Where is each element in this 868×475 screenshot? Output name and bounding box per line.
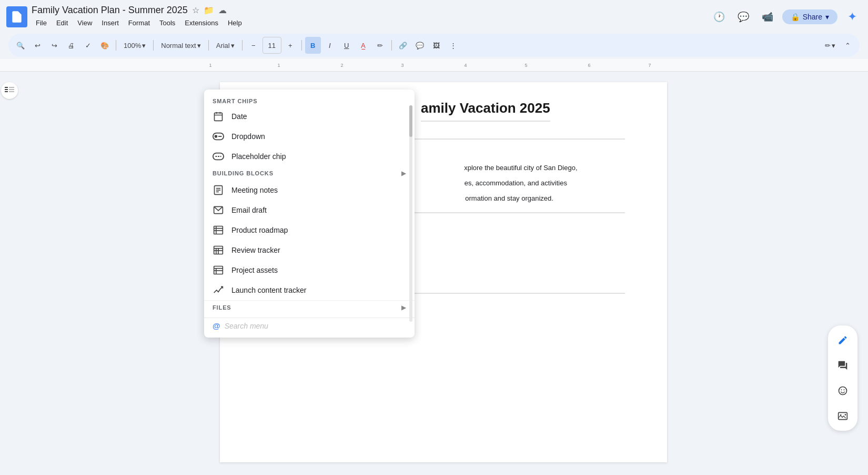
gemini-icon[interactable]: ✦ <box>843 7 862 26</box>
main-area: Famil Trip Ov We're pxplore the beautifu… <box>0 72 868 473</box>
svg-point-21 <box>215 135 218 138</box>
building-blocks-arrow: ▶ <box>401 170 406 177</box>
menu-help[interactable]: Help <box>224 17 246 29</box>
add-comment-float-btn[interactable] <box>832 355 853 376</box>
edit-float-btn[interactable] <box>832 330 853 351</box>
files-section-label: FILES <box>213 304 231 311</box>
toolbar-separator-2 <box>153 40 154 51</box>
highlight-btn[interactable]: ✏ <box>372 37 388 54</box>
svg-point-13 <box>844 389 845 390</box>
menu-insert[interactable]: Insert <box>97 17 123 29</box>
pen-mode-btn[interactable]: ✏▾ <box>822 37 839 54</box>
menu-extensions[interactable]: Extensions <box>180 17 223 29</box>
underline-btn[interactable]: U <box>339 37 355 54</box>
link-btn[interactable]: 🔗 <box>395 37 411 54</box>
camera-icon[interactable]: 📹 <box>758 7 777 26</box>
menu-section-files-row[interactable]: FILES ▶ <box>204 300 415 315</box>
outline-toggle-btn[interactable] <box>1 82 18 99</box>
svg-rect-6 <box>9 87 14 88</box>
menu-edit[interactable]: Edit <box>52 17 72 29</box>
product-roadmap-icon <box>213 224 224 236</box>
svg-rect-5 <box>5 91 8 92</box>
header-right: 🕐 💬 📹 🔒 Share ▾ ✦ <box>710 7 862 26</box>
menu-item-review-tracker[interactable]: Review tracker <box>204 240 415 260</box>
redo-btn[interactable]: ↪ <box>46 37 62 54</box>
dropdown-scrollbar-thumb <box>409 105 412 137</box>
toolbar-separator-3 <box>208 40 209 51</box>
svg-point-11 <box>839 387 847 395</box>
meeting-notes-icon <box>213 184 224 196</box>
insert-comment-btn[interactable]: 💬 <box>412 37 428 54</box>
history-icon[interactable]: 🕐 <box>710 7 729 26</box>
folder-icon[interactable]: 📁 <box>204 5 214 15</box>
menu-file[interactable]: File <box>32 17 51 29</box>
building-blocks-section-label: BUILDING BLOCKS <box>213 170 274 176</box>
font-size-value: 11 <box>268 42 276 50</box>
paint-format-btn[interactable]: 🎨 <box>97 37 113 54</box>
bold-btn[interactable]: B <box>305 37 321 54</box>
print-btn[interactable]: 🖨 <box>63 37 79 54</box>
share-button[interactable]: 🔒 Share ▾ <box>782 9 837 24</box>
image-edit-float-btn[interactable] <box>832 405 853 427</box>
docs-logo <box>6 6 27 27</box>
date-icon <box>213 111 224 122</box>
menu-item-placeholder-chip[interactable]: Placeholder chip <box>204 146 415 166</box>
dropdown-scrollbar[interactable] <box>409 105 412 322</box>
cloud-icon[interactable]: ☁ <box>218 5 227 15</box>
hide-toolbar-btn[interactable]: ⌃ <box>840 37 855 54</box>
menu-item-dropdown[interactable]: Dropdown <box>204 126 415 146</box>
font-dropdown[interactable]: Arial ▾ <box>212 39 239 52</box>
menu-section-building-blocks-row[interactable]: BUILDING BLOCKS ▶ <box>204 166 415 180</box>
star-icon[interactable]: ☆ <box>192 5 199 15</box>
style-label: Normal text <box>161 42 196 50</box>
ruler-num: 3 <box>401 63 403 68</box>
style-chevron: ▾ <box>197 42 201 50</box>
ruler-num: 4 <box>464 63 467 68</box>
review-tracker-icon <box>213 244 224 256</box>
product-roadmap-label: Product roadmap <box>231 226 406 234</box>
menu-item-project-assets[interactable]: Project assets <box>204 260 415 280</box>
ruler-num: 1 <box>209 63 211 68</box>
ruler-num: 6 <box>588 63 590 68</box>
comments-icon[interactable]: 💬 <box>734 7 753 26</box>
ruler-num: 7 <box>648 63 651 68</box>
font-size-decrease-btn[interactable]: − <box>246 37 261 54</box>
floating-action-panel <box>828 325 857 431</box>
document-canvas[interactable]: Famil Trip Ov We're pxplore the beautifu… <box>19 72 868 473</box>
undo-btn[interactable]: ↩ <box>29 37 45 54</box>
toolbar-separator-6 <box>391 40 392 51</box>
menu-item-launch-content-tracker[interactable]: Launch content tracker <box>204 280 415 300</box>
more-toolbar-btn[interactable]: ⋮ <box>446 37 461 54</box>
menu-item-email-draft[interactable]: Email draft <box>204 200 415 220</box>
files-arrow: ▶ <box>401 304 406 311</box>
menu-item-meeting-notes[interactable]: Meeting notes <box>204 180 415 200</box>
font-size-input[interactable]: 11 <box>263 37 281 54</box>
spellcheck-btn[interactable]: ✓ <box>80 37 96 54</box>
document-title[interactable]: Family Vacation Plan - Summer 2025 <box>32 5 188 16</box>
font-size-increase-btn[interactable]: + <box>282 37 298 54</box>
font-label: Arial <box>216 42 230 50</box>
toolbar-separator-4 <box>242 40 243 51</box>
project-assets-label: Project assets <box>231 266 406 274</box>
svg-point-15 <box>840 414 842 416</box>
italic-btn[interactable]: I <box>322 37 338 54</box>
insert-context-menu: SMART CHIPS Date Dropdown <box>204 90 415 338</box>
text-color-btn[interactable]: A̲ <box>356 37 371 54</box>
insert-image-btn[interactable]: 🖼 <box>429 37 445 54</box>
ruler-num: 2 <box>340 63 343 68</box>
dropdown-chip-label: Dropdown <box>231 132 406 141</box>
menu-item-date[interactable]: Date <box>204 106 415 126</box>
email-draft-icon <box>213 204 224 216</box>
menu-tools[interactable]: Tools <box>155 17 179 29</box>
date-label: Date <box>231 112 406 121</box>
placeholder-chip-icon <box>213 151 224 162</box>
emoji-float-btn[interactable] <box>832 380 853 401</box>
menu-view[interactable]: View <box>73 17 96 29</box>
search-toolbar-btn[interactable]: 🔍 <box>13 37 28 54</box>
zoom-dropdown[interactable]: 100% ▾ <box>119 39 150 52</box>
menu-format[interactable]: Format <box>124 17 154 29</box>
menu-item-product-roadmap[interactable]: Product roadmap <box>204 220 415 240</box>
style-dropdown[interactable]: Normal text ▾ <box>157 39 205 52</box>
toolbar-separator-5 <box>301 40 302 51</box>
share-chevron-icon: ▾ <box>825 13 829 21</box>
